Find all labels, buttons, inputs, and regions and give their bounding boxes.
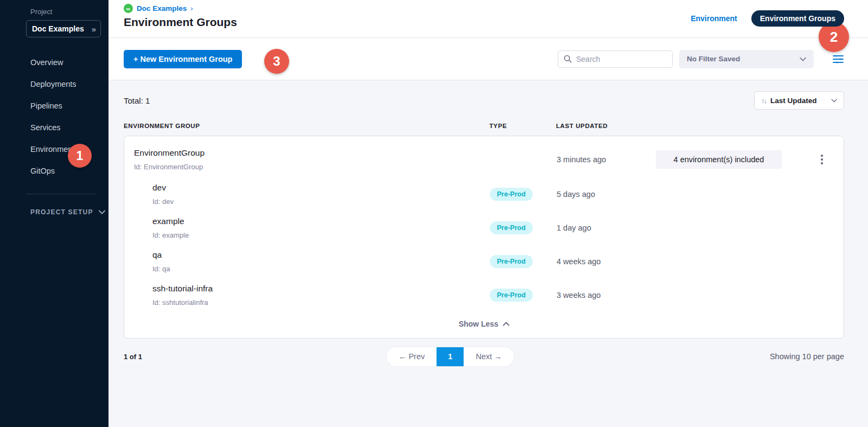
search-icon — [564, 55, 572, 63]
page-title: Environment Groups — [124, 16, 237, 29]
search-box — [558, 50, 673, 68]
project-label: Project — [30, 8, 108, 16]
environment-id: Id: qa — [152, 265, 490, 273]
saved-filter-dropdown[interactable]: No Filter Saved — [679, 50, 814, 68]
environment-last-updated: 3 weeks ago — [557, 291, 656, 299]
header-tabs: Environment Environment Groups — [691, 10, 844, 37]
sidebar-item-environments[interactable]: Environments — [0, 138, 108, 160]
chevron-down-icon — [831, 99, 837, 103]
cd-module-icon: ∞ — [124, 4, 133, 13]
environment-name: qa — [152, 250, 490, 260]
project-setup-label: PROJECT SETUP — [30, 208, 93, 216]
environment-last-updated: 1 day ago — [557, 224, 656, 232]
environment-row[interactable]: ssh-tutorial-infra Id: sshtutorialinfra … — [134, 278, 834, 312]
breadcrumb: ∞ Doc Examples › — [124, 4, 237, 13]
chevron-down-icon — [800, 57, 806, 61]
sidebar-item-pipelines[interactable]: Pipelines — [0, 95, 108, 117]
type-badge: Pre-Prod — [490, 255, 533, 268]
environment-id: Id: sshtutorialinfra — [152, 298, 490, 307]
total-row: Total: 1 ↑↓ Last Updated — [124, 91, 844, 110]
main-area: ∞ Doc Examples › Environment Groups Envi… — [108, 0, 868, 427]
environment-name: dev — [152, 183, 490, 193]
pagination: 1 of 1 ← Prev 1 Next → Showing 10 per pa… — [124, 339, 844, 374]
double-chevron-icon: » — [92, 24, 95, 34]
annotation-badge-3: 3 — [264, 49, 289, 74]
app-root: Project Doc Examples » Overview Deployme… — [0, 0, 868, 427]
sidebar-item-services[interactable]: Services — [0, 117, 108, 138]
show-less-toggle[interactable]: Show Less — [134, 312, 834, 334]
group-last-updated: 3 minutes ago — [557, 155, 656, 164]
group-id: Id: EnvironmentGroup — [134, 163, 490, 171]
environment-group-card[interactable]: EnvironmentGroup Id: EnvironmentGroup 3 … — [124, 136, 844, 339]
type-badge: Pre-Prod — [490, 188, 533, 201]
new-environment-group-button[interactable]: + New Environment Group — [124, 50, 242, 68]
chevron-down-icon — [99, 210, 105, 214]
sort-arrows-icon: ↑↓ — [761, 97, 766, 105]
sidebar-item-gitops[interactable]: GitOps — [0, 160, 108, 182]
environment-last-updated: 5 days ago — [557, 190, 656, 199]
environment-group-row[interactable]: EnvironmentGroup Id: EnvironmentGroup 3 … — [134, 138, 834, 177]
breadcrumb-separator: › — [190, 4, 193, 12]
environment-row[interactable]: example Id: example Pre-Prod 1 day ago — [134, 211, 834, 245]
project-name: Doc Examples — [32, 24, 84, 33]
row-menu-kebab-icon[interactable] — [819, 152, 825, 167]
show-less-label: Show Less — [458, 320, 498, 328]
next-page-button[interactable]: Next → — [464, 347, 514, 366]
chevron-up-icon — [503, 322, 509, 326]
page-info: 1 of 1 — [124, 353, 142, 361]
content: Total: 1 ↑↓ Last Updated ENVIRONMENT GRO… — [108, 80, 868, 427]
sidebar-divider — [26, 194, 95, 194]
environment-last-updated: 4 weeks ago — [557, 257, 656, 266]
column-environment-group: ENVIRONMENT GROUP — [124, 123, 489, 129]
tab-environment-groups[interactable]: Environment Groups — [751, 10, 844, 27]
total-count: Total: 1 — [124, 96, 150, 105]
column-type: TYPE — [489, 123, 556, 129]
environment-id: Id: dev — [152, 197, 490, 206]
page-header: ∞ Doc Examples › Environment Groups Envi… — [108, 0, 868, 38]
pager: ← Prev 1 Next → — [387, 347, 514, 366]
sort-label: Last Updated — [770, 97, 827, 105]
group-name: EnvironmentGroup — [134, 148, 490, 158]
per-page-info: Showing 10 per page — [770, 352, 844, 361]
environment-name: ssh-tutorial-infra — [152, 284, 490, 294]
sidebar: Project Doc Examples » Overview Deployme… — [0, 0, 108, 427]
filter-sliders-icon[interactable] — [832, 54, 844, 65]
sidebar-item-deployments[interactable]: Deployments — [0, 73, 108, 95]
annotation-badge-1: 1 — [68, 144, 92, 168]
sidebar-item-overview[interactable]: Overview — [0, 52, 108, 73]
current-page-button[interactable]: 1 — [437, 347, 464, 366]
prev-page-button[interactable]: ← Prev — [387, 347, 437, 366]
project-selector[interactable]: Doc Examples » — [26, 20, 101, 37]
type-badge: Pre-Prod — [490, 221, 533, 234]
type-badge: Pre-Prod — [490, 289, 533, 302]
breadcrumb-link-project[interactable]: Doc Examples — [137, 4, 187, 12]
environment-name: example — [152, 216, 490, 226]
environment-row[interactable]: qa Id: qa Pre-Prod 4 weeks ago — [134, 245, 834, 278]
project-setup-toggle[interactable]: PROJECT SETUP — [30, 208, 108, 216]
sort-dropdown[interactable]: ↑↓ Last Updated — [754, 91, 844, 110]
environment-id: Id: example — [152, 231, 490, 239]
saved-filter-label: No Filter Saved — [687, 55, 740, 63]
tab-environment[interactable]: Environment — [691, 14, 737, 23]
column-last-updated: LAST UPDATED — [556, 123, 844, 129]
search-input[interactable] — [576, 55, 667, 63]
table-header: ENVIRONMENT GROUP TYPE LAST UPDATED — [124, 123, 844, 136]
environment-row[interactable]: dev Id: dev Pre-Prod 5 days ago — [134, 177, 834, 211]
environment-count-chip[interactable]: 4 environment(s) included — [656, 150, 782, 169]
toolbar: + New Environment Group No Filter Saved — [108, 38, 868, 80]
